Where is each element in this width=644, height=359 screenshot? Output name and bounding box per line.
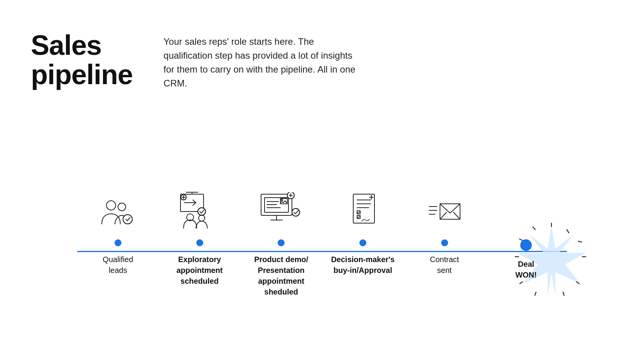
stage-deal-won-label: DealWON! (515, 259, 537, 280)
svg-line-56 (453, 212, 460, 219)
svg-point-27 (199, 215, 205, 221)
svg-line-55 (440, 212, 447, 219)
svg-point-12 (106, 201, 116, 210)
stage-exploratory-icon (177, 187, 223, 232)
stage-exploratory-dot (196, 239, 203, 246)
stage-product-demo-dot (278, 239, 285, 246)
stage-contract-sent-icon (425, 193, 464, 232)
stage-qualified-leads-icon (99, 193, 137, 232)
description-block: Your sales reps' role starts here. The q… (164, 31, 356, 90)
stage-contract-sent: Contractsent (404, 166, 486, 276)
stage-decision-maker-label: Decision-maker'sbuy-in/Approval (331, 254, 394, 276)
page-title: Sales pipeline (31, 31, 133, 89)
stage-qualified-leads-dot (115, 239, 121, 246)
stage-product-demo-label: Product demo/Presentationappointmentshed… (254, 254, 308, 297)
stage-product-demo: Product demo/Presentationappointmentshed… (240, 166, 322, 297)
stage-exploratory: Exploratoryappointmentscheduled (159, 166, 241, 286)
svg-point-13 (118, 203, 126, 211)
header-section: Sales pipeline Your sales reps' role sta… (0, 0, 644, 90)
pipeline-section: Qualifiedleads (0, 166, 644, 359)
stage-exploratory-label: Exploratoryappointmentscheduled (177, 254, 223, 286)
stage-qualified-leads-label: Qualifiedleads (103, 254, 133, 276)
stage-decision-maker: Decision-maker'sbuy-in/Approval (322, 166, 404, 276)
stage-deal-won: DealWON! (485, 166, 567, 280)
title-block: Sales pipeline (31, 31, 133, 89)
pipeline-container: Qualifiedleads (31, 166, 613, 359)
stage-decision-maker-icon (344, 189, 382, 232)
stage-decision-maker-dot (359, 239, 366, 246)
stage-deal-won-dot (520, 239, 532, 251)
stage-contract-sent-label: Contractsent (430, 254, 459, 276)
stage-contract-sent-dot (441, 239, 448, 246)
stage-product-demo-icon (259, 189, 303, 232)
stage-qualified-leads: Qualifiedleads (77, 166, 159, 276)
description-text: Your sales reps' role starts here. The q… (164, 35, 356, 90)
stages-container: Qualifiedleads (31, 166, 613, 359)
